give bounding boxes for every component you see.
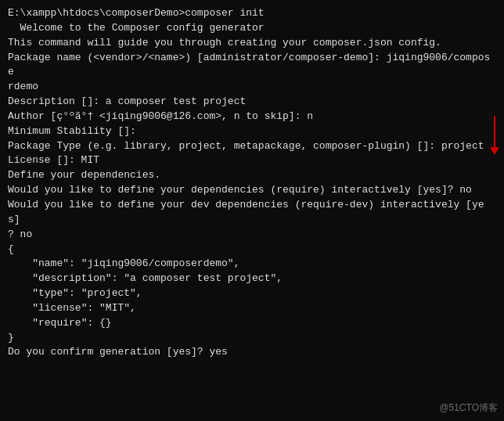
terminal-line-require-dev-q: Would you like to define your dev depend… <box>8 198 496 228</box>
arrow-head <box>490 147 499 155</box>
terminal-line-welcome: Welcome to the Composer config generator <box>8 21 496 36</box>
arrow-line <box>494 116 495 147</box>
terminal-line-require-q: Would you like to define your dependenci… <box>8 183 496 198</box>
terminal-line-package-name: Package name (<vendor>/<name>) [administ… <box>8 51 496 81</box>
terminal-line-json-name: "name": "jiqing9006/composerdemo", <box>8 257 496 272</box>
terminal-line-json-license: "license": "MIT", <box>8 301 496 316</box>
terminal-line-min-stability: Minimum Stability []: <box>8 124 496 139</box>
terminal-line-description: Description []: a composer test project <box>8 95 496 110</box>
terminal-line-no-answer: ? no <box>8 228 496 243</box>
terminal-line-define-deps: Define your dependencies. <box>8 168 496 183</box>
terminal-line-guide: This command will guide you through crea… <box>8 36 496 51</box>
terminal-line-json-open: { <box>8 243 496 257</box>
terminal-line-author: Author [ç°ºã°† <jiqing9006@126.com>, n t… <box>8 110 496 124</box>
terminal-line-rdemo: rdemo <box>8 80 496 95</box>
arrow-annotation <box>490 116 499 155</box>
terminal-line-cmd-line: E:\xampp\htdocs\composerDemo>composer in… <box>8 6 496 21</box>
terminal-line-json-desc: "description": "a composer test project"… <box>8 272 496 286</box>
watermark: @51CTO博客 <box>439 401 498 415</box>
terminal-line-package-type: Package Type (e.g. library, project, met… <box>8 139 496 154</box>
terminal-window: E:\xampp\htdocs\composerDemo>composer in… <box>0 0 504 421</box>
terminal-line-json-require: "require": {} <box>8 316 496 331</box>
terminal-line-confirm: Do you confirm generation [yes]? yes <box>8 345 496 360</box>
terminal-line-json-type: "type": "project", <box>8 286 496 301</box>
terminal-line-license: License []: MIT <box>8 153 496 168</box>
terminal-line-json-close: } <box>8 331 496 346</box>
